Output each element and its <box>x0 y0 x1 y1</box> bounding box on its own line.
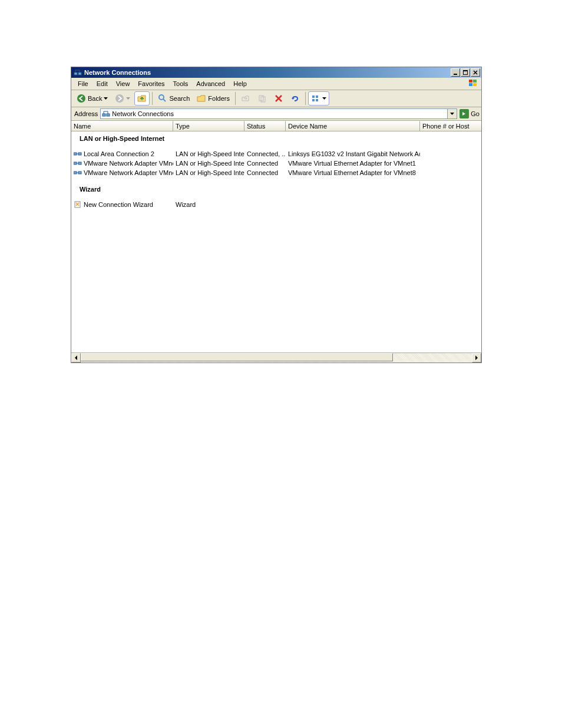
column-headers: Name Type Status Device Name Phone # or … <box>71 121 481 131</box>
column-header-phone[interactable]: Phone # or Host <box>420 121 481 131</box>
copy-to-icon <box>257 94 267 103</box>
folders-icon <box>197 94 206 103</box>
svg-rect-13 <box>473 83 477 86</box>
connection-icon <box>74 150 82 157</box>
forward-icon <box>115 94 124 103</box>
windows-flag-icon <box>467 78 480 88</box>
address-bar: Address Network Connections Go <box>71 107 481 121</box>
toolbar: Back Search Folders <box>71 90 481 107</box>
svg-rect-34 <box>74 162 77 164</box>
svg-point-16 <box>159 95 164 100</box>
column-header-status[interactable]: Status <box>244 121 286 131</box>
svg-rect-11 <box>473 80 477 83</box>
chevron-down-icon <box>322 97 326 100</box>
list-content: LAN or High-Speed Internet Local Area Co… <box>71 131 481 353</box>
network-connections-icon <box>102 110 110 118</box>
window: Network Connections File Edit View Favor… <box>71 67 482 363</box>
svg-rect-0 <box>74 73 77 75</box>
delete-button[interactable] <box>271 91 286 106</box>
scroll-left-button[interactable] <box>71 353 81 363</box>
list-item[interactable]: New Connection Wizard Wizard <box>71 200 481 209</box>
menu-tools[interactable]: Tools <box>169 79 193 88</box>
svg-point-15 <box>115 94 124 103</box>
network-connections-icon <box>74 68 82 77</box>
svg-point-14 <box>77 94 85 103</box>
column-header-name[interactable]: Name <box>71 121 173 131</box>
scroll-right-button[interactable] <box>472 353 481 363</box>
horizontal-scrollbar[interactable] <box>71 353 481 363</box>
connection-icon <box>74 169 82 176</box>
svg-rect-23 <box>316 95 318 98</box>
svg-rect-26 <box>103 114 105 116</box>
search-button[interactable]: Search <box>155 91 193 106</box>
group-header-wizard: Wizard <box>71 182 481 195</box>
svg-rect-5 <box>454 74 457 75</box>
back-icon <box>77 94 86 103</box>
menu-edit[interactable]: Edit <box>92 79 112 88</box>
scroll-track[interactable] <box>81 353 472 363</box>
close-button[interactable] <box>471 68 480 77</box>
views-icon <box>311 94 320 103</box>
svg-rect-32 <box>78 153 81 155</box>
menu-view[interactable]: View <box>112 79 134 88</box>
maximize-button[interactable] <box>461 68 470 77</box>
chevron-down-icon <box>104 97 108 100</box>
menu-advanced[interactable]: Advanced <box>192 79 229 88</box>
views-button[interactable] <box>308 91 329 106</box>
undo-button[interactable] <box>287 91 303 106</box>
forward-button[interactable] <box>112 91 133 106</box>
separator <box>235 92 236 105</box>
wizard-icon <box>74 201 82 208</box>
svg-rect-24 <box>312 99 315 101</box>
move-to-button[interactable] <box>238 91 253 106</box>
separator <box>152 92 153 105</box>
address-value: Network Connections <box>112 110 174 117</box>
group-header-lan: LAN or High-Speed Internet <box>71 131 481 144</box>
svg-rect-35 <box>78 162 81 164</box>
list-item[interactable]: VMware Network Adapter VMnet8 LAN or Hig… <box>71 168 481 177</box>
folders-button[interactable]: Folders <box>194 91 233 106</box>
copy-to-button[interactable] <box>254 91 270 106</box>
titlebar[interactable]: Network Connections <box>71 67 481 78</box>
svg-rect-7 <box>463 70 468 71</box>
up-button[interactable] <box>134 91 150 106</box>
search-icon <box>158 94 167 103</box>
go-button[interactable]: Go <box>459 108 480 119</box>
window-title: Network Connections <box>84 69 451 76</box>
separator <box>305 92 306 105</box>
column-header-type[interactable]: Type <box>173 121 244 131</box>
address-field[interactable]: Network Connections <box>100 108 448 119</box>
delete-icon <box>274 94 283 103</box>
svg-rect-37 <box>74 172 77 174</box>
list-item[interactable]: VMware Network Adapter VMnet1 LAN or Hig… <box>71 159 481 168</box>
menu-file[interactable]: File <box>74 79 92 88</box>
folder-up-icon <box>137 94 147 103</box>
column-header-device[interactable]: Device Name <box>286 121 420 131</box>
svg-rect-12 <box>469 83 472 86</box>
list-item[interactable]: Local Area Connection 2 LAN or High-Spee… <box>71 149 481 159</box>
undo-icon <box>290 94 300 103</box>
scroll-thumb[interactable] <box>81 353 393 361</box>
svg-rect-25 <box>316 99 318 101</box>
address-dropdown[interactable] <box>448 108 457 119</box>
svg-rect-22 <box>312 95 315 98</box>
menu-favorites[interactable]: Favorites <box>134 79 168 88</box>
minimize-button[interactable] <box>451 68 460 77</box>
go-icon <box>459 109 469 118</box>
address-label: Address <box>74 110 98 117</box>
svg-rect-1 <box>78 73 81 75</box>
connection-icon <box>74 160 82 167</box>
chevron-down-icon <box>126 97 130 100</box>
svg-line-17 <box>163 99 166 101</box>
menu-help[interactable]: Help <box>229 79 251 88</box>
svg-rect-27 <box>107 114 110 116</box>
svg-rect-10 <box>469 80 472 83</box>
menubar: File Edit View Favorites Tools Advanced … <box>71 78 481 90</box>
move-to-icon <box>241 94 250 103</box>
back-button[interactable]: Back <box>74 91 111 106</box>
svg-rect-31 <box>74 153 77 155</box>
svg-rect-38 <box>78 172 81 174</box>
